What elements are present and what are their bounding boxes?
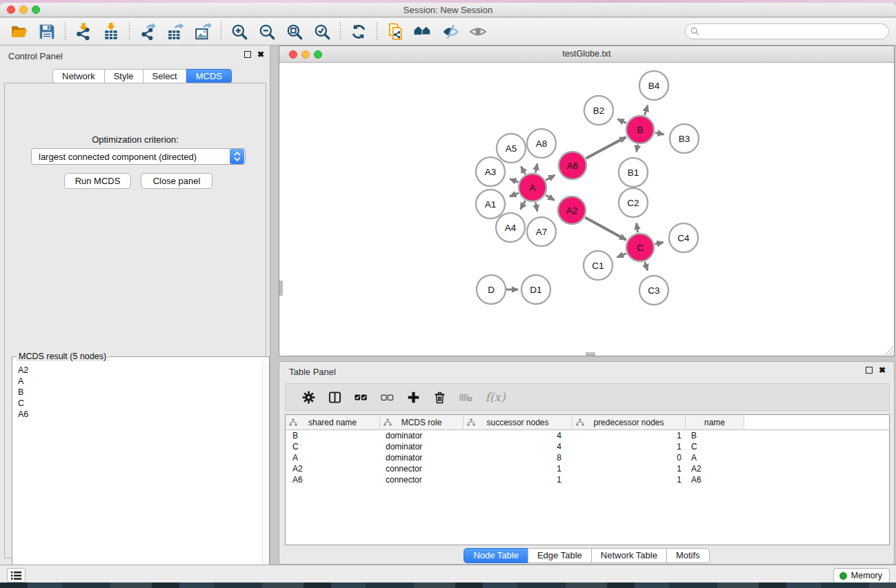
zoom-out-button[interactable] bbox=[253, 21, 281, 43]
graph-edge-C-C2[interactable] bbox=[637, 223, 638, 233]
zoom-in-button[interactable] bbox=[226, 21, 253, 43]
mcds-result-item[interactable]: C bbox=[13, 398, 262, 409]
mcds-result-item[interactable]: B bbox=[13, 387, 262, 398]
table-row[interactable]: Bdominator41B bbox=[286, 430, 889, 441]
float-table-panel-icon[interactable] bbox=[866, 367, 873, 374]
delete-table-icon bbox=[459, 391, 472, 404]
column-header-label: predecessor nodes bbox=[593, 418, 664, 427]
search-box[interactable] bbox=[685, 23, 889, 39]
close-panel-button[interactable]: Close panel bbox=[141, 173, 212, 189]
table-row[interactable]: A6connector11A6 bbox=[286, 474, 889, 485]
graph-edge-A-A4[interactable] bbox=[520, 201, 525, 209]
table-cell: 1 bbox=[464, 463, 573, 474]
show-log-button[interactable] bbox=[7, 568, 26, 582]
column-header-shared-name[interactable]: shared name bbox=[286, 415, 380, 430]
graph-edge-B-B2[interactable] bbox=[617, 119, 626, 123]
graph-edge-A-A1[interactable] bbox=[510, 193, 519, 196]
graph-edge-B-B4[interactable] bbox=[645, 105, 648, 115]
graph-node-label: A3 bbox=[485, 167, 497, 177]
close-table-panel-icon[interactable]: ✖ bbox=[879, 367, 886, 374]
hide-panel-button[interactable] bbox=[437, 21, 464, 43]
mcds-result-item[interactable]: A2 bbox=[13, 365, 262, 376]
graph-node-label: C1 bbox=[592, 261, 604, 271]
optimization-criterion-select[interactable]: largest connected component (directed) bbox=[31, 148, 246, 165]
tab-network[interactable]: Network bbox=[52, 69, 105, 83]
tree-icon bbox=[576, 418, 584, 427]
graph-edge-A-A7[interactable] bbox=[535, 203, 537, 212]
tab-edge-table[interactable]: Edge Table bbox=[528, 548, 592, 563]
table-cell: A6 bbox=[286, 474, 380, 485]
graph-edge-A-A2[interactable] bbox=[546, 195, 555, 200]
table-cell: 8 bbox=[464, 452, 573, 463]
export-table-button[interactable] bbox=[161, 21, 189, 43]
close-panel-icon[interactable]: ✖ bbox=[257, 51, 264, 58]
table-cell: 1 bbox=[464, 474, 573, 485]
graph-edge-A-A8[interactable] bbox=[535, 163, 537, 172]
graph-edge-A6-B[interactable] bbox=[586, 137, 626, 159]
mcds-result-item[interactable]: A bbox=[13, 376, 262, 387]
column-header-predecessor-nodes[interactable]: predecessor nodes bbox=[573, 415, 686, 430]
mcds-result-item[interactable]: A6 bbox=[13, 409, 262, 420]
refresh-layout-button[interactable] bbox=[345, 21, 372, 43]
column-layout-button[interactable] bbox=[321, 387, 348, 407]
export-network-button[interactable] bbox=[134, 21, 161, 43]
column-header-label: name bbox=[704, 418, 725, 427]
table-row[interactable]: A2connector11A2 bbox=[286, 463, 889, 474]
column-header-mcds-role[interactable]: MCDS role bbox=[380, 415, 464, 430]
table-cell: 1 bbox=[573, 441, 686, 452]
import-network-button[interactable] bbox=[70, 21, 97, 43]
select-all-button[interactable] bbox=[348, 387, 374, 407]
table-cell: 0 bbox=[573, 452, 686, 463]
graph-edge-B-B3[interactable] bbox=[655, 132, 664, 134]
graph-edge-A-A6[interactable] bbox=[546, 175, 555, 180]
save-session-button[interactable] bbox=[33, 21, 61, 43]
export-image-button[interactable] bbox=[189, 21, 217, 43]
float-panel-icon[interactable] bbox=[244, 51, 251, 58]
duplicate-network-icon bbox=[386, 23, 404, 41]
graph-edge-C-C4[interactable] bbox=[655, 243, 663, 245]
horizontal-scrollbar-nub[interactable] bbox=[586, 352, 595, 356]
search-input[interactable] bbox=[699, 25, 888, 38]
graph-edge-A2-C[interactable] bbox=[585, 218, 626, 240]
table-row[interactable]: Cdominator41C bbox=[286, 441, 889, 452]
tab-mcds[interactable]: MCDS bbox=[186, 69, 232, 83]
mcds-scrollbar-track[interactable] bbox=[262, 362, 268, 582]
table-row[interactable]: Adominator80A bbox=[286, 452, 889, 463]
deselect-all-button[interactable] bbox=[374, 387, 400, 407]
tree-icon bbox=[384, 418, 392, 427]
add-column-button[interactable] bbox=[400, 387, 426, 407]
table-panel-tabs: Node Table Edge Table Network Table Moti… bbox=[279, 548, 894, 563]
vertical-scrollbar-nub[interactable] bbox=[279, 281, 283, 296]
column-header-successor-nodes[interactable]: successor nodes bbox=[464, 415, 573, 430]
home-view-button[interactable] bbox=[409, 21, 437, 43]
fx-icon: f(x) bbox=[485, 390, 505, 404]
graph-edge-A-A5[interactable] bbox=[521, 166, 525, 174]
tab-select[interactable]: Select bbox=[143, 69, 187, 83]
graph-edge-A-A3[interactable] bbox=[510, 179, 518, 183]
graph-node-label: C bbox=[637, 243, 644, 253]
show-panel-button[interactable] bbox=[464, 21, 492, 43]
graph-edge-C-C1[interactable] bbox=[617, 254, 626, 258]
import-table-button[interactable] bbox=[97, 21, 125, 43]
zoom-selected-button[interactable] bbox=[308, 21, 336, 43]
table-panel-title: Table Panel bbox=[289, 367, 336, 377]
graph-node-label: B2 bbox=[593, 105, 605, 116]
tab-node-table[interactable]: Node Table bbox=[464, 548, 528, 563]
tab-network-table[interactable]: Network Table bbox=[591, 548, 667, 563]
open-session-button[interactable] bbox=[6, 21, 33, 43]
graph-node-label: A8 bbox=[536, 139, 548, 149]
table-toolbar: f(x) bbox=[285, 383, 890, 411]
tab-style[interactable]: Style bbox=[104, 69, 143, 83]
table-settings-button[interactable] bbox=[295, 387, 321, 407]
zoom-fit-button[interactable] bbox=[281, 21, 308, 43]
workspace: Control Panel ✖ Network Style Select MCD… bbox=[0, 45, 896, 565]
delete-column-button[interactable] bbox=[426, 387, 452, 407]
duplicate-network-button[interactable] bbox=[381, 21, 409, 43]
column-header-name[interactable]: name bbox=[686, 415, 744, 430]
network-canvas[interactable]: B4B2BB3A5A8A6B1A3AC2A1A2A4A7CC4C1C3DD1 bbox=[279, 63, 894, 356]
graph-edge-C-C3[interactable] bbox=[645, 262, 648, 271]
graph-edge-B-B1[interactable] bbox=[637, 145, 638, 152]
tab-motifs[interactable]: Motifs bbox=[666, 548, 710, 563]
memory-button[interactable]: Memory bbox=[833, 568, 890, 582]
run-mcds-button[interactable]: Run MCDS bbox=[64, 173, 131, 189]
